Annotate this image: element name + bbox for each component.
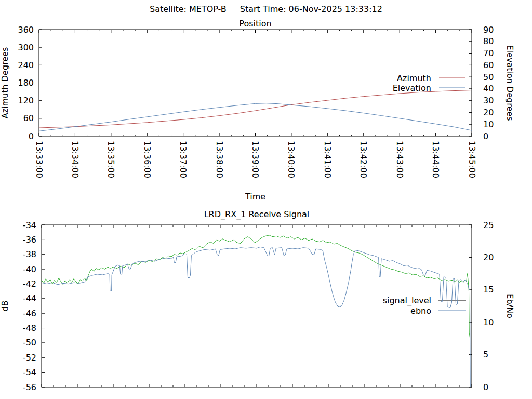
y-tick-label: 0 (29, 131, 34, 141)
x-tick-label: 13:42:00 (358, 141, 368, 178)
y2-tick-label: 70 (483, 48, 494, 58)
chart-title: LRD_RX_1 Receive Signal (204, 209, 310, 220)
y2-tick-label: 20 (483, 108, 494, 117)
legend-label: ebno (410, 306, 431, 316)
y2-tick-label: 40 (483, 84, 494, 94)
legend-label: signal_level (383, 296, 431, 306)
azimuth-line (39, 90, 472, 128)
y2-tick-label: 20 (483, 252, 494, 262)
x-tick-label: 13:33:00 (34, 141, 44, 178)
x-tick-label: 13:45:00 (467, 141, 477, 178)
chart-title: Position (239, 19, 271, 29)
y-axis-label: dB (0, 300, 10, 311)
y-tick-label: -52 (23, 353, 36, 363)
x-tick-label: 13:38:00 (215, 141, 224, 178)
y2-tick-label: 80 (483, 36, 494, 46)
y-tick-label: 240 (18, 60, 34, 70)
plot-border (42, 225, 472, 387)
y2-tick-label: 60 (483, 60, 494, 70)
x-tick-label: 13:37:00 (178, 141, 188, 178)
y2-tick-label: 15 (483, 285, 494, 295)
y-tick-label: -56 (23, 382, 36, 392)
y-tick-label: 120 (18, 96, 34, 105)
y2-tick-label: 10 (483, 119, 494, 129)
y-tick-label: -34 (23, 220, 36, 230)
x-tick-label: 13:40:00 (286, 141, 296, 178)
y-tick-label: -44 (23, 294, 36, 303)
x-tick-label: 13:34:00 (70, 141, 80, 178)
y2-tick-label: 90 (483, 25, 494, 35)
x-tick-label: 13:36:00 (142, 141, 152, 178)
y2-axis-label: Elevation Degrees (505, 45, 515, 121)
y-tick-label: 180 (18, 78, 34, 88)
x-tick-label: 13:41:00 (323, 141, 332, 178)
y2-axis-label: Eb/No (505, 294, 515, 318)
y-tick-label: 300 (18, 43, 34, 52)
x-tick-label: 13:39:00 (250, 141, 260, 178)
y-tick-label: -46 (23, 309, 36, 318)
y2-tick-label: 0 (483, 382, 488, 392)
x-tick-label: 13:43:00 (395, 141, 405, 178)
legend-label: Azimuth (397, 73, 431, 83)
y-tick-label: -54 (23, 367, 36, 377)
y2-tick-label: 30 (483, 96, 494, 105)
y-tick-label: -40 (23, 264, 36, 274)
y-tick-label: 360 (18, 25, 34, 35)
y-tick-label: 60 (23, 113, 34, 123)
y2-tick-label: 10 (483, 317, 494, 327)
y-tick-label: -38 (23, 249, 36, 259)
y2-tick-label: 5 (483, 350, 488, 360)
y2-tick-label: 0 (483, 131, 488, 141)
y-axis-label: Azimuth Degrees (0, 47, 10, 119)
y-tick-label: -36 (23, 235, 36, 245)
y-tick-label: -42 (23, 279, 36, 289)
y2-tick-label: 50 (483, 72, 494, 82)
legend-label: Elevation (393, 83, 431, 93)
y-tick-label: -48 (23, 323, 36, 333)
signal_level-line (42, 235, 470, 338)
y2-tick-label: 25 (483, 220, 494, 230)
elevation-line (39, 103, 472, 131)
plots-canvas: 13:33:0013:34:0013:35:0013:36:0013:37:00… (0, 0, 532, 399)
x-axis-label: Time (245, 192, 265, 202)
x-tick-label: 13:35:00 (106, 141, 116, 178)
x-tick-label: 13:44:00 (431, 141, 441, 178)
y-tick-label: -50 (23, 338, 36, 348)
